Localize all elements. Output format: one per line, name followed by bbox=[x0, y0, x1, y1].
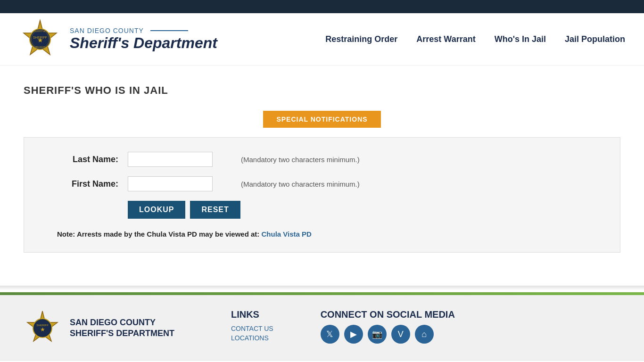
svg-text:★: ★ bbox=[40, 326, 45, 333]
header-left: COUNTY OF SAN DIEGO ★ SHERIFF SAN DIEGO … bbox=[19, 18, 217, 60]
svg-text:SHERIFF: SHERIFF bbox=[33, 36, 47, 39]
instagram-icon[interactable]: 📷 bbox=[368, 325, 387, 344]
last-name-label: Last Name: bbox=[52, 155, 118, 165]
last-name-hint: (Mandatory two characters minimum.) bbox=[241, 156, 360, 164]
footer-logo-section: SHERIFF ★ SAN DIEGO COUNTY SHERIFF'S DEP… bbox=[24, 309, 174, 347]
youtube-icon[interactable]: ▶ bbox=[344, 325, 363, 344]
footer-social-title: CONNECT ON SOCIAL MEDIA bbox=[321, 309, 455, 320]
first-name-label: First Name: bbox=[52, 179, 118, 189]
form-note-text: Note: Arrests made by the Chula Vista PD… bbox=[57, 230, 259, 238]
header-department: Sheriff's Department bbox=[70, 34, 217, 52]
footer-links-title: LINKS bbox=[231, 309, 273, 320]
special-notifications-button[interactable]: SPECIAL NOTIFICATIONS bbox=[263, 111, 380, 128]
footer: SHERIFF ★ SAN DIEGO COUNTY SHERIFF'S DEP… bbox=[0, 295, 644, 361]
social-icons-row: 𝕏 ▶ 📷 V ⌂ bbox=[321, 325, 455, 344]
vimeo-icon[interactable]: V bbox=[391, 325, 410, 344]
nextdoor-icon[interactable]: ⌂ bbox=[415, 325, 434, 344]
chula-vista-link[interactable]: Chula Vista PD bbox=[261, 230, 311, 238]
nav-jail-population[interactable]: Jail Population bbox=[565, 34, 625, 44]
top-bar bbox=[0, 0, 644, 13]
footer-social-section: CONNECT ON SOCIAL MEDIA 𝕏 ▶ 📷 V ⌂ bbox=[321, 309, 455, 344]
footer-title: SAN DIEGO COUNTY SHERIFF'S DEPARTMENT bbox=[70, 317, 174, 339]
reset-button[interactable]: RESET bbox=[190, 201, 240, 219]
lookup-button[interactable]: LOOKUP bbox=[128, 201, 185, 219]
twitter-icon[interactable]: 𝕏 bbox=[321, 325, 339, 344]
footer-contact-link[interactable]: CONTACT US bbox=[231, 325, 273, 332]
last-name-input[interactable] bbox=[128, 152, 213, 167]
svg-text:COUNTY OF: COUNTY OF bbox=[34, 30, 46, 33]
divider-section bbox=[0, 286, 644, 290]
nav-arrest-warrant[interactable]: Arrest Warrant bbox=[416, 34, 475, 44]
svg-text:SAN DIEGO: SAN DIEGO bbox=[35, 46, 45, 48]
footer-locations-link[interactable]: LOCATIONS bbox=[231, 334, 273, 342]
nav-whos-in-jail[interactable]: Who's In Jail bbox=[495, 34, 546, 44]
first-name-input[interactable] bbox=[128, 176, 213, 191]
first-name-row: First Name: (Mandatory two characters mi… bbox=[52, 176, 592, 191]
nav-restraining-order[interactable]: Restraining Order bbox=[325, 34, 397, 44]
search-form-container: Last Name: (Mandatory two characters min… bbox=[24, 137, 620, 253]
special-notifications-wrapper: SPECIAL NOTIFICATIONS bbox=[24, 111, 620, 128]
footer-county-line1: SAN DIEGO COUNTY bbox=[70, 317, 174, 328]
page-title: SHERIFF'S WHO IS IN JAIL bbox=[24, 84, 620, 97]
footer-links-section: LINKS CONTACT US LOCATIONS bbox=[231, 309, 273, 344]
first-name-hint: (Mandatory two characters minimum.) bbox=[241, 180, 360, 188]
footer-county-line2: SHERIFF'S DEPARTMENT bbox=[70, 328, 174, 339]
form-buttons: LOOKUP RESET bbox=[128, 201, 592, 219]
header-title-block: SAN DIEGO COUNTY Sheriff's Department bbox=[70, 27, 217, 52]
form-note: Note: Arrests made by the Chula Vista PD… bbox=[57, 230, 592, 238]
footer-badge-logo: SHERIFF ★ bbox=[24, 309, 61, 347]
last-name-row: Last Name: (Mandatory two characters min… bbox=[52, 152, 592, 167]
header-nav: Restraining Order Arrest Warrant Who's I… bbox=[325, 34, 625, 44]
main-content: SHERIFF'S WHO IS IN JAIL SPECIAL NOTIFIC… bbox=[0, 66, 644, 272]
header: COUNTY OF SAN DIEGO ★ SHERIFF SAN DIEGO … bbox=[0, 13, 644, 66]
sheriff-badge-logo: COUNTY OF SAN DIEGO ★ SHERIFF bbox=[19, 18, 61, 60]
header-county: SAN DIEGO COUNTY bbox=[70, 27, 217, 34]
